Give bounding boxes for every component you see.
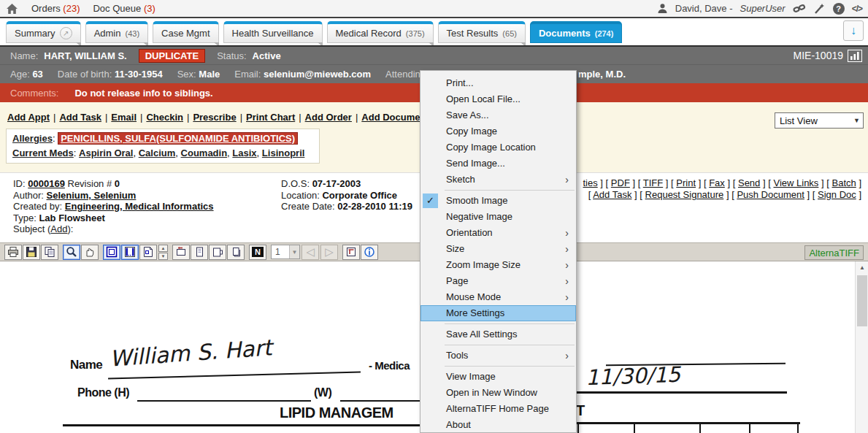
user-name[interactable]: David, Dave - bbox=[675, 3, 733, 14]
print-button[interactable] bbox=[4, 245, 22, 260]
doc-id-link[interactable]: 0000169 bbox=[28, 178, 65, 189]
menu-item-mouse-mode[interactable]: Mouse Mode› bbox=[420, 289, 576, 305]
pan-button[interactable] bbox=[81, 245, 99, 260]
wand-icon[interactable] bbox=[813, 3, 826, 15]
rotate-right-button[interactable] bbox=[209, 245, 226, 260]
tab-admin[interactable]: Admin(43) bbox=[85, 21, 148, 43]
page-number-select[interactable]: 1 ▼ bbox=[271, 245, 300, 259]
zoom-button[interactable] bbox=[63, 245, 80, 260]
fax-link[interactable]: Fax bbox=[709, 177, 725, 188]
save-button[interactable] bbox=[23, 245, 40, 260]
menu-item-open-in-new-window[interactable]: Open in New Window bbox=[420, 385, 576, 401]
menu-separator bbox=[445, 323, 575, 324]
orders-count: (23) bbox=[63, 3, 80, 14]
orders-link[interactable]: Orders (23) bbox=[31, 3, 80, 14]
scrollbar-thumb[interactable] bbox=[857, 275, 867, 326]
menu-item-zoom-image-size[interactable]: Zoom Image Size› bbox=[420, 257, 576, 273]
menu-item-sketch[interactable]: Sketch› bbox=[420, 172, 576, 188]
add-document-link[interactable]: Add Document bbox=[361, 112, 429, 123]
duplicate-badge[interactable]: DUPLICATE bbox=[139, 49, 205, 63]
doc-created-by-link[interactable]: Engineering, Medical Informatics bbox=[65, 201, 214, 212]
info-button[interactable] bbox=[361, 245, 378, 260]
menu-item-save-as[interactable]: Save As... bbox=[420, 107, 576, 123]
menu-item-alternatiff-home-page[interactable]: AlternaTIFF Home Page bbox=[420, 401, 576, 417]
menu-item-tools[interactable]: Tools› bbox=[420, 348, 576, 364]
med-link[interactable]: Lasix bbox=[232, 147, 256, 158]
menu-item-view-image[interactable]: View Image bbox=[420, 369, 576, 385]
doc-queue-link[interactable]: Doc Queue (3) bbox=[93, 3, 155, 14]
send-link[interactable]: Send bbox=[738, 177, 760, 188]
alternatiff-brand[interactable]: AlternaTIFF bbox=[804, 245, 864, 260]
fit-page-button[interactable] bbox=[103, 245, 120, 260]
menu-item-smooth-image[interactable]: ✓Smooth Image bbox=[420, 193, 576, 209]
prev-page-button[interactable]: ◁ bbox=[302, 245, 319, 260]
print-chart-link[interactable]: Print Chart bbox=[246, 112, 295, 123]
pdf-link[interactable]: PDF bbox=[611, 177, 630, 188]
spin-down-button[interactable]: ▼ bbox=[158, 253, 168, 260]
chart-icon[interactable] bbox=[848, 50, 862, 64]
menu-item-send-image[interactable]: Send Image... bbox=[420, 156, 576, 172]
med-link[interactable]: Aspirin Oral bbox=[79, 147, 133, 158]
spin-up-button[interactable]: ▲ bbox=[158, 245, 168, 252]
tiff-link[interactable]: TIFF bbox=[643, 177, 663, 188]
scroll-up-button[interactable]: ▲ bbox=[856, 261, 868, 274]
rotate-left-button[interactable] bbox=[172, 245, 190, 260]
menu-item-size[interactable]: Size› bbox=[420, 241, 576, 257]
sign-doc-link[interactable]: Sign Doc bbox=[818, 189, 856, 200]
menu-item-page[interactable]: Page› bbox=[420, 273, 576, 289]
tab-health-surveillance[interactable]: Health Surveillance bbox=[223, 21, 323, 43]
menu-item-copy-image[interactable]: Copy Image bbox=[420, 123, 576, 139]
checkin-link[interactable]: Checkin bbox=[146, 112, 183, 123]
help-icon[interactable]: ? bbox=[833, 3, 845, 15]
doc-author-link[interactable]: Selenium, Selenium bbox=[47, 190, 137, 201]
scan-name-label: Name bbox=[70, 358, 102, 372]
menu-item-save-all-settings[interactable]: Save All Settings bbox=[420, 326, 576, 342]
actual-size-button[interactable] bbox=[139, 245, 157, 260]
med-link[interactable]: Calcium bbox=[139, 147, 176, 158]
med-link[interactable]: Lisinopril bbox=[262, 147, 305, 158]
add-task-link[interactable]: Add Task bbox=[59, 112, 101, 123]
menu-item-negative-image[interactable]: Negative Image bbox=[420, 209, 576, 225]
add-task-doc-link[interactable]: Add Task bbox=[593, 189, 631, 200]
menu-item-orientation[interactable]: Orientation› bbox=[420, 225, 576, 241]
next-page-button[interactable]: ▷ bbox=[320, 245, 338, 260]
menu-item-more-settings[interactable]: More Settings bbox=[420, 305, 576, 321]
request-signature-link[interactable]: Request Signature bbox=[645, 189, 724, 200]
menu-item-open-local-file[interactable]: Open Local File... bbox=[420, 91, 576, 107]
email-link[interactable]: Email bbox=[111, 112, 137, 123]
link-icon[interactable] bbox=[793, 3, 806, 15]
add-order-link[interactable]: Add Order bbox=[305, 112, 352, 123]
tab-test-results[interactable]: Test Results(65) bbox=[438, 21, 526, 43]
allergy-item[interactable]: PENICILLINS, SULFA(SULFONAMIDE ANTIBIOTI… bbox=[58, 132, 298, 145]
tab-medical-record[interactable]: Medical Record(375) bbox=[327, 21, 434, 43]
multi-page-button[interactable] bbox=[227, 245, 245, 260]
menu-item-print[interactable]: Print... bbox=[420, 75, 576, 91]
menu-item-about[interactable]: About bbox=[420, 417, 576, 433]
add-appt-link[interactable]: Add Appt bbox=[7, 112, 50, 123]
code-icon[interactable]: </> bbox=[852, 4, 862, 14]
copy-button[interactable] bbox=[41, 245, 58, 260]
orientation-portrait-button[interactable] bbox=[191, 245, 208, 260]
home-icon[interactable] bbox=[6, 3, 18, 15]
properties-link[interactable]: ties bbox=[583, 177, 598, 188]
med-link[interactable]: Coumadin bbox=[181, 147, 228, 158]
tab-documents[interactable]: Documents(274) bbox=[530, 21, 622, 43]
fit-width-button[interactable] bbox=[121, 245, 139, 260]
prescribe-link[interactable]: Prescribe bbox=[193, 112, 236, 123]
tab-case-mgmt[interactable]: Case Mgmt bbox=[153, 21, 218, 43]
view-links-link[interactable]: View Links bbox=[773, 177, 818, 188]
menu-item-copy-image-location[interactable]: Copy Image Location bbox=[420, 139, 576, 156]
batch-link[interactable]: Batch bbox=[832, 177, 856, 188]
annotations-button[interactable] bbox=[342, 245, 360, 260]
push-document-link[interactable]: Push Document bbox=[737, 189, 804, 200]
negative-image-button[interactable]: N bbox=[249, 245, 266, 260]
list-view-select[interactable]: List View ▼ bbox=[775, 112, 864, 129]
current-meds-label[interactable]: Current Meds bbox=[12, 147, 74, 158]
print-link[interactable]: Print bbox=[676, 177, 696, 188]
allergies-label[interactable]: Allergies bbox=[12, 133, 53, 144]
summary-popout-icon[interactable]: ↗ bbox=[60, 27, 72, 39]
tab-summary[interactable]: Summary ↗ bbox=[6, 21, 81, 43]
subject-add-link[interactable]: Add bbox=[50, 223, 67, 234]
collapse-tabs-button[interactable]: ↓ bbox=[843, 20, 864, 41]
viewer-scrollbar[interactable]: ▲ bbox=[855, 261, 868, 433]
